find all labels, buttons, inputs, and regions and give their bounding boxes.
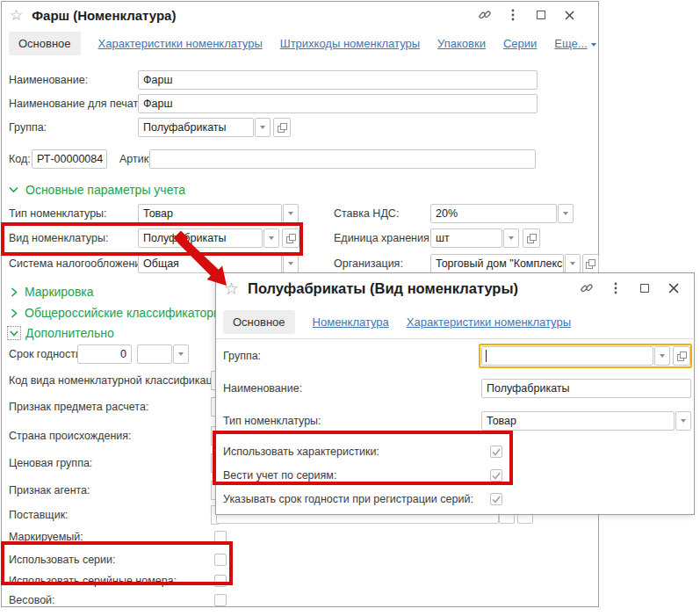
dialog-tab-kharakteristiki[interactable]: Характеристики номенклатуры [407,315,571,329]
use-characteristics-checkbox[interactable] [490,446,502,458]
organization-dropdown-button[interactable] [565,254,581,273]
tab-kharakteristiki-nomenklatury[interactable]: Характеристики номенклатуры [98,37,263,50]
dialog-group-open-button[interactable] [673,346,690,366]
close-icon[interactable] [561,7,577,23]
check-icon [492,496,501,504]
field-label: Ценовая группа: [9,453,92,473]
check-icon [492,472,501,480]
chevron-down-icon [288,212,293,215]
favorite-star-icon[interactable]: ☆ [10,6,23,25]
field-label: Весовой: [9,591,55,610]
chevron-down-icon [288,262,293,265]
shelf-life-unit-combo[interactable] [137,344,172,364]
annotation-arrow [169,231,243,297]
field-label: Единица хранения: [334,228,432,248]
vesovoy-checkbox[interactable] [214,594,227,606]
name-input[interactable]: Фарш [138,70,538,90]
screenshot-stage: ☆ Фарш (Номенклатура) Основное Характери… [0,0,700,616]
maximize-icon[interactable] [637,280,653,296]
dialog-tab-osnovnoe[interactable]: Основное [223,310,295,334]
tab-serii[interactable]: Серии [503,37,537,50]
dialog-item-type-combo[interactable]: Товар [481,411,675,431]
check-icon [492,448,501,456]
close-icon[interactable] [666,280,682,296]
vat-rate-dropdown-button[interactable] [558,204,574,223]
use-serial-numbers-checkbox[interactable] [214,575,227,587]
field-label: Признак предмета расчета: [9,397,148,417]
dialog-tabbar: Основное Номенклатура Характеристики ном… [223,310,571,334]
chevron-down-icon [681,419,686,423]
use-series-checkbox[interactable] [214,554,227,566]
article-input[interactable] [149,149,536,169]
group-open-button[interactable] [273,118,291,137]
group-combo[interactable]: Полуфабрикаты [138,118,254,137]
section-klassifikatory[interactable]: Общероссийские классификаторы [11,306,222,320]
tab-osnovnoe[interactable]: Основное [9,32,81,55]
dialog-tab-nomenklatura[interactable]: Номенклатура [313,315,389,329]
link-icon[interactable] [579,280,595,296]
storage-unit-dropdown-button[interactable] [503,228,519,248]
section-markirovka[interactable]: Маркировка [11,285,94,299]
maximize-icon[interactable] [533,7,549,23]
chevron-down-icon [178,352,184,356]
print-name-input[interactable]: Фарш [138,94,538,113]
tax-system-dropdown-button[interactable] [283,254,299,273]
field-label: Код вида номенклатурной классификации: [9,371,227,390]
field-label: Использовать серии: [9,550,116,569]
kebab-menu-icon[interactable] [505,7,521,23]
shelf-life-input[interactable]: 0 [77,344,132,364]
organization-open-button[interactable] [582,254,599,273]
field-label: Поставщик: [9,505,69,525]
field-label: Срок годности: [9,344,84,364]
open-form-icon [586,259,595,269]
section-title: Основные параметры учета [25,183,185,197]
open-form-icon [286,234,296,243]
dialog-group-combo[interactable] [481,346,653,366]
field-label: Маркируемый: [9,527,83,547]
dialog-name-input[interactable]: Полуфабрикаты [481,379,691,398]
vat-rate-combo[interactable]: 20% [430,204,557,223]
chevron-right-icon [11,287,18,297]
chevron-down-icon [570,262,575,265]
specify-shelf-life-checkbox[interactable] [490,493,502,505]
item-kind-open-button[interactable] [282,228,299,248]
dialog-item-type-dropdown-button[interactable] [675,411,691,431]
code-input[interactable]: РТ-00000084 [32,149,107,169]
field-label: Тип номенклатуры: [9,204,107,223]
open-form-icon [527,234,537,243]
organization-combo[interactable]: Торговый дом "Комплексн [430,254,564,273]
track-by-series-checkbox[interactable] [490,469,502,482]
field-label: Страна происхождения: [9,426,132,446]
field-label: Использовать характеристики: [223,442,379,461]
field-label: Группа: [9,118,47,137]
shelf-life-dropdown-button[interactable] [173,344,189,364]
divider [216,338,696,339]
item-type-combo[interactable]: Товар [138,204,282,223]
kebab-menu-icon[interactable] [608,280,624,296]
dialog-window: ☆ Полуфабрикаты (Вид номенклатуры) Основ… [215,272,695,515]
markiruemyy-checkbox[interactable] [214,531,227,543]
item-type-dropdown-button[interactable] [283,204,299,223]
open-form-icon [278,123,287,133]
storage-unit-combo[interactable]: шт [430,228,502,248]
collapse-toggle-icon[interactable] [7,326,21,340]
section-dopolnitelno[interactable]: Дополнительно [7,326,114,340]
field-label: Наименование: [223,379,302,398]
item-kind-dropdown-button[interactable] [263,228,279,248]
dialog-window-controls [579,273,682,303]
tab-more[interactable]: Еще... [554,37,595,50]
open-form-icon [677,351,687,361]
storage-unit-open-button[interactable] [523,228,540,248]
section-main-params[interactable]: Основные параметры учета [9,183,185,197]
text-cursor [486,350,487,362]
field-label: Вести учет по сериям: [223,466,336,485]
group-dropdown-button[interactable] [255,118,271,137]
chevron-down-icon [509,236,514,240]
window-title: Фарш (Номенклатура) [32,8,176,23]
dialog-group-dropdown-button[interactable] [654,346,670,366]
tab-upakovki[interactable]: Упаковки [437,37,486,50]
tab-shtrikhkody-nomenklatury[interactable]: Штрихкоды номенклатуры [280,37,420,50]
field-label: Ставка НДС: [334,204,399,223]
link-icon[interactable] [477,7,493,23]
field-label: Код: [9,149,31,169]
